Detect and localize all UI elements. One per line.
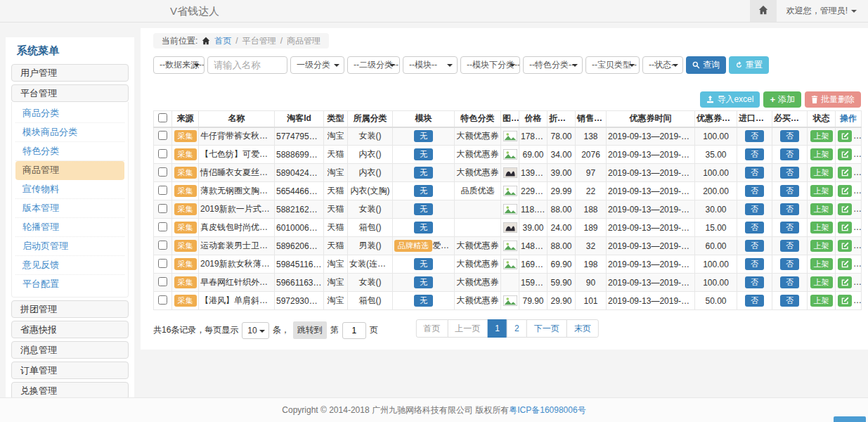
sidebar-group-4[interactable]: 省惠快报 <box>11 321 129 338</box>
reset-button[interactable]: 重置 <box>729 56 769 74</box>
select-all-checkbox[interactable] <box>158 113 167 122</box>
import-select-badge[interactable]: 否 <box>745 130 764 142</box>
sidebar-subitem-6[interactable]: 版本管理 <box>15 199 124 218</box>
filter-select-item-type[interactable]: --宝贝类型-- <box>585 56 640 74</box>
sidebar-group-6[interactable]: 订单管理 <box>11 362 129 379</box>
must-buy-badge[interactable]: 否 <box>780 203 799 215</box>
home-button[interactable] <box>750 0 777 22</box>
page-number-input[interactable] <box>342 322 366 339</box>
import-excel-button[interactable]: 导入excel <box>700 91 760 108</box>
sidebar-subitem-10[interactable]: 平台配置 <box>15 275 124 294</box>
breadcrumb-home-link[interactable]: 首页 <box>214 35 231 47</box>
must-buy-badge[interactable]: 否 <box>780 148 799 160</box>
sidebar-subitem-5[interactable]: 宣传物料 <box>15 180 124 199</box>
filter-select-level1-category[interactable]: 一级分类 <box>290 56 344 74</box>
filter-select-feature-category[interactable]: --特色分类-- <box>523 56 583 74</box>
import-select-badge[interactable]: 否 <box>745 295 764 307</box>
status-badge[interactable]: 上架 <box>810 240 833 252</box>
row-checkbox[interactable] <box>158 131 167 140</box>
sidebar-subitem-8[interactable]: 启动页管理 <box>15 237 124 256</box>
sidebar-subitem-4[interactable]: 商品管理 <box>15 161 124 180</box>
pager-item-上一页[interactable]: 上一页 <box>447 319 488 338</box>
search-button[interactable]: 查询 <box>686 56 726 74</box>
must-buy-badge[interactable]: 否 <box>780 258 799 270</box>
filter-input-name[interactable] <box>207 56 287 74</box>
filter-select-data-source[interactable]: --数据来源-- <box>153 56 205 74</box>
status-badge[interactable]: 上架 <box>810 130 833 142</box>
edit-button[interactable] <box>838 185 852 197</box>
module-badge[interactable]: 无 <box>414 148 433 160</box>
import-select-badge[interactable]: 否 <box>745 203 764 215</box>
import-select-badge[interactable]: 否 <box>745 240 764 252</box>
sidebar-group-3[interactable]: 拼团管理 <box>11 300 129 318</box>
pager-item-下一页[interactable]: 下一页 <box>526 319 567 338</box>
jump-to-button[interactable]: 跳转到 <box>293 321 327 339</box>
module-badge[interactable]: 无 <box>414 167 433 179</box>
row-checkbox[interactable] <box>158 167 167 177</box>
import-select-badge[interactable]: 否 <box>745 258 764 270</box>
must-buy-badge[interactable]: 否 <box>780 130 799 142</box>
module-badge[interactable]: 品牌精选 <box>394 240 432 252</box>
add-button[interactable]: + 添加 <box>763 91 801 108</box>
must-buy-badge[interactable]: 否 <box>780 167 799 179</box>
module-badge[interactable]: 无 <box>414 185 433 197</box>
edit-button[interactable] <box>838 240 852 252</box>
status-badge[interactable]: 上架 <box>810 167 833 179</box>
module-badge[interactable]: 无 <box>414 130 433 142</box>
filter-select-module-subcategory[interactable]: --模块下分类-- <box>460 56 520 74</box>
user-menu[interactable]: 欢迎您，管理员! <box>777 0 868 22</box>
sidebar-subitem-1[interactable]: 商品分类 <box>15 104 124 123</box>
sidebar-subitem-3[interactable]: 特色分类 <box>15 142 124 161</box>
import-select-badge[interactable]: 否 <box>745 276 764 288</box>
edit-button[interactable] <box>838 258 852 270</box>
pager-item-首页[interactable]: 首页 <box>415 319 448 338</box>
filter-select-level2-category[interactable]: --二级分类-- <box>347 56 400 74</box>
row-checkbox[interactable] <box>158 241 167 250</box>
row-checkbox[interactable] <box>158 277 167 286</box>
edit-button[interactable] <box>838 203 852 215</box>
edit-button[interactable] <box>838 130 852 142</box>
filter-select-status[interactable]: --状态-- <box>642 56 683 74</box>
filter-select-module[interactable]: --模块-- <box>403 56 458 74</box>
row-checkbox[interactable] <box>158 259 167 268</box>
module-badge[interactable]: 无 <box>414 295 433 307</box>
sidebar-subitem-2[interactable]: 模块商品分类 <box>15 123 124 142</box>
edit-button[interactable] <box>838 295 852 307</box>
import-select-badge[interactable]: 否 <box>745 185 764 197</box>
status-badge[interactable]: 上架 <box>810 222 833 234</box>
sidebar-group-2[interactable]: 平台管理 <box>11 84 129 102</box>
module-badge[interactable]: 无 <box>414 203 433 215</box>
module-badge[interactable]: 无 <box>414 276 433 288</box>
status-badge[interactable]: 上架 <box>810 295 833 307</box>
row-checkbox[interactable] <box>158 295 167 305</box>
pager-item-1[interactable]: 1 <box>487 319 507 338</box>
must-buy-badge[interactable]: 否 <box>780 240 799 252</box>
module-badge[interactable]: 无 <box>414 258 433 270</box>
status-badge[interactable]: 上架 <box>810 258 833 270</box>
status-badge[interactable]: 上架 <box>810 148 833 160</box>
pager-item-末页[interactable]: 末页 <box>566 319 599 338</box>
icp-link[interactable]: 粤ICP备16098006号 <box>509 404 585 416</box>
row-checkbox[interactable] <box>158 204 167 213</box>
sidebar-group-1[interactable]: 用户管理 <box>11 64 129 82</box>
must-buy-badge[interactable]: 否 <box>780 185 799 197</box>
status-badge[interactable]: 上架 <box>810 276 833 288</box>
sidebar-group-5[interactable]: 消息管理 <box>11 341 129 359</box>
edit-button[interactable] <box>838 222 852 234</box>
status-badge[interactable]: 上架 <box>810 185 833 197</box>
must-buy-badge[interactable]: 否 <box>780 222 799 234</box>
edit-button[interactable] <box>838 276 852 288</box>
import-select-badge[interactable]: 否 <box>745 222 764 234</box>
module-badge[interactable]: 无 <box>414 222 433 234</box>
must-buy-badge[interactable]: 否 <box>780 295 799 307</box>
per-page-select[interactable]: 10 <box>242 322 268 339</box>
edit-button[interactable] <box>838 167 852 179</box>
row-checkbox[interactable] <box>158 149 167 158</box>
import-select-badge[interactable]: 否 <box>745 148 764 160</box>
edit-button[interactable] <box>838 148 852 160</box>
import-select-badge[interactable]: 否 <box>745 167 764 179</box>
sidebar-subitem-7[interactable]: 轮播管理 <box>15 218 124 237</box>
batch-delete-button[interactable]: 批量删除 <box>805 91 861 108</box>
must-buy-badge[interactable]: 否 <box>780 276 799 288</box>
row-checkbox[interactable] <box>158 222 167 231</box>
